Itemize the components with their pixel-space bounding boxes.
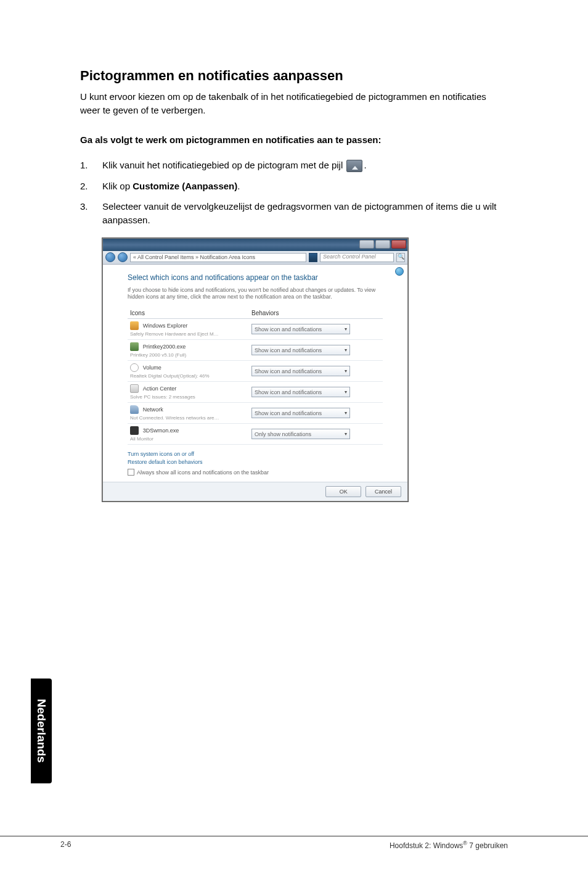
step3-text: Selecteer vanuit de vervolgkeuzelijst de… xyxy=(102,200,508,227)
link-system-icons[interactable]: Turn system icons on or off xyxy=(128,451,383,457)
window-body: Select which icons and notifications app… xyxy=(103,265,407,482)
step-body: Klik op Customize (Aanpassen). xyxy=(102,179,508,193)
checkbox-label: Always show all icons and notifications … xyxy=(137,469,269,476)
window-description: If you choose to hide icons and notifica… xyxy=(128,287,383,301)
address-bar-row: « All Control Panel Items » Notification… xyxy=(103,251,407,265)
language-tab: Nederlands xyxy=(31,679,52,783)
always-show-checkbox[interactable] xyxy=(128,469,134,476)
column-icons: Icons xyxy=(128,307,249,319)
refresh-button[interactable] xyxy=(309,253,317,262)
help-icon[interactable] xyxy=(395,267,404,276)
close-button[interactable] xyxy=(391,240,406,249)
item-name: Action Center xyxy=(143,386,177,392)
minimize-button[interactable] xyxy=(359,240,374,249)
step-2: 2. Klik op Customize (Aanpassen). xyxy=(80,179,508,193)
page-footer: 2-6 Hoofdstuk 2: Windows® 7 gebruiken xyxy=(0,836,588,850)
chevron-down-icon: ▾ xyxy=(345,326,347,332)
intro-text: U kunt ervoor kiezen om op de takenbalk … xyxy=(80,90,508,117)
item-name: Windows Explorer xyxy=(143,323,188,329)
chevron-down-icon: ▾ xyxy=(345,431,347,437)
show-hidden-icons-arrow-icon xyxy=(346,160,362,172)
always-show-checkbox-row: Always show all icons and notifications … xyxy=(128,469,383,476)
item-subtitle: Not Connected. Wireless networks are… xyxy=(130,415,219,421)
dropdown-value: Show icon and notifications xyxy=(255,410,322,416)
item-subtitle: All Monitor xyxy=(130,436,153,442)
table-row: Volume Realtek Digital Output(Optical): … xyxy=(128,361,383,382)
chevron-down-icon: ▾ xyxy=(345,368,347,374)
table-row: 3DSwmon.exe All Monitor Only show notifi… xyxy=(128,424,383,445)
notification-area-icons-window: « All Control Panel Items » Notification… xyxy=(102,238,408,501)
step1-text-a: Klik vanuit het notificatiegebied op de … xyxy=(102,160,345,170)
search-icon[interactable]: 🔍 xyxy=(396,253,405,262)
chevron-down-icon: ▾ xyxy=(345,410,347,416)
table-row: Windows Explorer Safely Remove Hardware … xyxy=(128,319,383,340)
registered-symbol: ® xyxy=(463,840,467,846)
step-1: 1. Klik vanuit het notificatiegebied op … xyxy=(80,159,508,172)
dropdown-value: Show icon and notifications xyxy=(255,389,322,395)
step1-text-b: . xyxy=(364,160,366,170)
window-titlebar xyxy=(103,239,407,251)
step-body: Klik vanuit het notificatiegebied op de … xyxy=(102,159,508,172)
item-name: Volume xyxy=(143,365,161,371)
step2-text-a: Klik op xyxy=(102,181,133,191)
behavior-dropdown[interactable]: Show icon and notifications ▾ xyxy=(251,366,350,376)
dropdown-value: Only show notifications xyxy=(255,431,311,437)
icon-cell: 3DSwmon.exe All Monitor xyxy=(128,424,249,445)
icon-cell: Action Center Solve PC issues: 2 message… xyxy=(128,382,249,403)
window-heading: Select which icons and notifications app… xyxy=(128,273,383,282)
item-subtitle: Realtek Digital Output(Optical): 46% xyxy=(130,373,210,379)
item-name: Printkey2000.exe xyxy=(143,344,186,350)
behavior-dropdown[interactable]: Show icon and notifications ▾ xyxy=(251,324,350,334)
step2-bold: Customize (Aanpassen) xyxy=(133,181,237,191)
subheading: Ga als volgt te werk om pictogrammen en … xyxy=(80,134,508,145)
icon-cell: Volume Realtek Digital Output(Optical): … xyxy=(128,361,249,382)
dropdown-value: Show icon and notifications xyxy=(255,368,322,374)
table-row: Printkey2000.exe Printkey 2000 v5.10 (Fu… xyxy=(128,340,383,361)
icon-cell: Network Not Connected. Wireless networks… xyxy=(128,403,249,424)
step-number: 1. xyxy=(80,159,102,172)
chevron-down-icon: ▾ xyxy=(345,347,347,353)
window-footer: OK Cancel xyxy=(103,482,407,501)
breadcrumb-text: « All Control Panel Items » Notification… xyxy=(133,254,255,260)
action-center-icon xyxy=(130,384,139,393)
dropdown-value: Show icon and notifications xyxy=(255,326,322,332)
titlebar-controls xyxy=(359,240,406,249)
icon-cell: Windows Explorer Safely Remove Hardware … xyxy=(128,319,249,340)
chevron-down-icon: ▾ xyxy=(345,389,347,395)
ok-button[interactable]: OK xyxy=(325,486,361,497)
item-subtitle: Printkey 2000 v5.10 (Full) xyxy=(130,352,186,358)
volume-icon xyxy=(130,363,139,372)
item-subtitle: Safely Remove Hardware and Eject M… xyxy=(130,331,219,337)
breadcrumb-bar[interactable]: « All Control Panel Items » Notification… xyxy=(130,253,306,262)
step-number: 3. xyxy=(80,200,102,227)
back-button[interactable] xyxy=(105,252,115,262)
link-restore-defaults[interactable]: Restore default icon behaviors xyxy=(128,459,383,465)
monitor-icon xyxy=(130,426,139,435)
cancel-button[interactable]: Cancel xyxy=(365,486,401,497)
behavior-dropdown[interactable]: Show icon and notifications ▾ xyxy=(251,387,350,397)
page-number: 2-6 xyxy=(60,840,71,850)
step-number: 2. xyxy=(80,179,102,193)
dropdown-value: Show icon and notifications xyxy=(255,347,322,353)
behavior-dropdown[interactable]: Only show notifications ▾ xyxy=(251,429,350,439)
icons-table: Icons Behaviors Windows Explorer Safely … xyxy=(128,307,383,445)
item-name: 3DSwmon.exe xyxy=(143,427,179,434)
item-name: Network xyxy=(143,406,163,413)
step-3: 3. Selecteer vanuit de vervolgkeuzelijst… xyxy=(80,200,508,227)
heading: Pictogrammen en notificaties aanpassen xyxy=(80,68,508,84)
behavior-dropdown[interactable]: Show icon and notifications ▾ xyxy=(251,345,350,355)
steps-list: 1. Klik vanuit het notificatiegebied op … xyxy=(80,159,508,227)
network-icon xyxy=(130,405,139,414)
column-behaviors: Behaviors xyxy=(249,307,383,319)
table-row: Network Not Connected. Wireless networks… xyxy=(128,403,383,424)
page-content: Pictogrammen en notificaties aanpassen U… xyxy=(0,0,588,501)
chapter-title: Hoofdstuk 2: Windows® 7 gebruiken xyxy=(390,840,508,850)
search-input[interactable]: Search Control Panel xyxy=(320,253,394,262)
forward-button[interactable] xyxy=(118,252,128,262)
printkey-icon xyxy=(130,342,139,351)
icon-cell: Printkey2000.exe Printkey 2000 v5.10 (Fu… xyxy=(128,340,249,361)
behavior-dropdown[interactable]: Show icon and notifications ▾ xyxy=(251,408,350,418)
step2-text-c: . xyxy=(237,181,240,191)
item-subtitle: Solve PC issues: 2 messages xyxy=(130,394,195,400)
maximize-button[interactable] xyxy=(375,240,390,249)
